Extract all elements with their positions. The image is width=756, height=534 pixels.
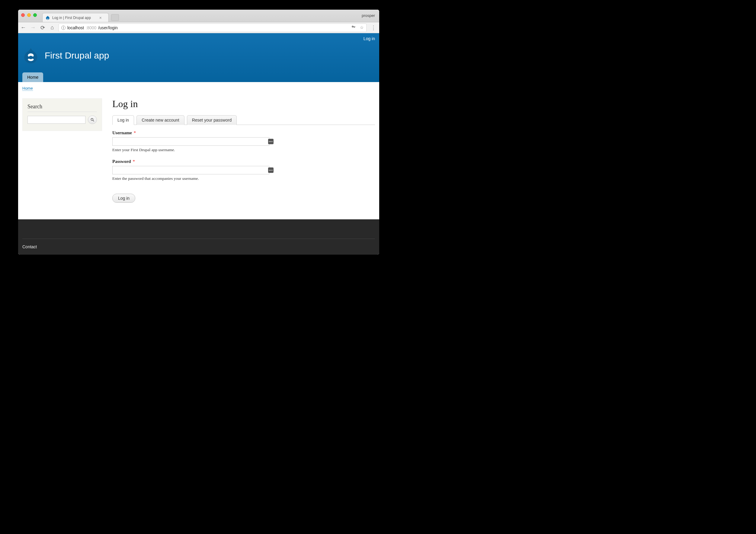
password-help: Enter the password that accompanies your… <box>112 176 275 181</box>
footer-divider <box>22 239 375 239</box>
password-input[interactable] <box>112 166 269 174</box>
browser-toolbar: ← → ⟳ ⌂ i localhost:8000/user/login ☆ ⋮ <box>18 22 379 33</box>
site-info-icon[interactable]: i <box>61 26 66 30</box>
browser-window: Log in | First Drupal app × prosper ← → … <box>18 10 379 255</box>
titlebar: Log in | First Drupal app × prosper <box>18 10 379 22</box>
page-title: Log in <box>112 98 375 110</box>
site-name[interactable]: First Drupal app <box>45 50 109 61</box>
content: Search Log in Log in Create new account … <box>18 94 379 219</box>
username-help: Enter your First Drupal app username. <box>112 147 275 152</box>
breadcrumb: Home <box>18 82 379 94</box>
primary-nav: Home <box>22 72 375 82</box>
tab-create[interactable]: Create new account <box>136 115 184 125</box>
breadcrumb-home[interactable]: Home <box>22 86 33 91</box>
username-input[interactable] <box>112 137 269 146</box>
tab-reset[interactable]: Reset your password <box>187 115 237 125</box>
page-viewport: Log in First Drupal app Home Home <box>18 33 379 255</box>
site-header: Log in First Drupal app Home <box>18 33 379 82</box>
forward-button[interactable]: → <box>30 24 36 31</box>
sidebar: Search <box>22 98 102 131</box>
bookmark-star-icon[interactable]: ☆ <box>360 25 364 30</box>
required-icon: * <box>134 130 136 135</box>
chrome-menu-button[interactable]: ⋮ <box>369 24 377 31</box>
search-input[interactable] <box>27 116 85 124</box>
search-heading: Search <box>27 104 97 112</box>
password-key-icon[interactable] <box>351 25 356 30</box>
reload-button[interactable]: ⟳ <box>39 24 46 31</box>
tab-title: Log in | First Drupal app <box>52 16 91 20</box>
svg-point-0 <box>91 118 93 120</box>
tab-login[interactable]: Log in <box>112 115 134 125</box>
password-manager-icon[interactable]: ••• <box>268 167 274 173</box>
password-field-wrapper: Password * ••• Enter the password that a… <box>112 159 275 181</box>
chrome-profile[interactable]: prosper <box>362 13 375 18</box>
close-tab-icon[interactable]: × <box>99 16 102 20</box>
svg-line-1 <box>93 120 94 122</box>
required-icon: * <box>133 159 135 164</box>
search-icon <box>90 118 94 122</box>
drupal-logo-icon[interactable] <box>22 47 39 64</box>
submit-button[interactable]: Log in <box>112 194 135 203</box>
minimize-window-button[interactable] <box>27 13 31 17</box>
local-tasks: Log in Create new account Reset your pas… <box>112 115 375 125</box>
maximize-window-button[interactable] <box>33 13 37 17</box>
url-path: /user/login <box>98 25 118 30</box>
back-button[interactable]: ← <box>20 24 27 31</box>
username-label: Username * <box>112 130 136 135</box>
site-branding: First Drupal app <box>22 41 375 72</box>
login-link[interactable]: Log in <box>364 36 375 41</box>
login-form: Username * ••• Enter your First Drupal a… <box>112 125 275 203</box>
site-footer: Contact <box>18 219 379 255</box>
main: Log in Log in Create new account Reset y… <box>112 98 375 215</box>
footer-contact-link[interactable]: Contact <box>22 244 37 249</box>
search-button[interactable] <box>88 115 97 124</box>
close-window-button[interactable] <box>21 13 25 17</box>
home-button[interactable]: ⌂ <box>49 24 56 31</box>
window-controls <box>21 13 37 17</box>
url-host: localhost <box>67 25 84 30</box>
password-manager-icon[interactable]: ••• <box>268 139 274 144</box>
browser-tab[interactable]: Log in | First Drupal app × <box>42 13 109 22</box>
drupal-favicon-icon <box>45 16 50 20</box>
new-tab-button[interactable] <box>111 14 119 21</box>
address-bar[interactable]: i localhost:8000/user/login ☆ <box>59 24 366 32</box>
password-label: Password * <box>112 159 135 164</box>
nav-home[interactable]: Home <box>22 72 43 82</box>
username-field-wrapper: Username * ••• Enter your First Drupal a… <box>112 130 275 152</box>
url-port: :8000 <box>86 25 96 30</box>
